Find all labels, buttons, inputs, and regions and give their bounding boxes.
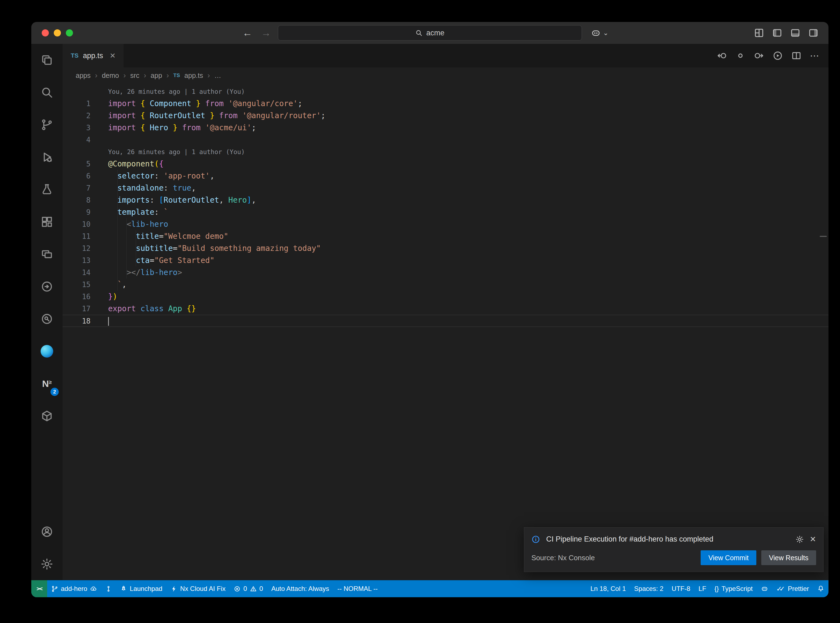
breadcrumb-more[interactable]: …	[214, 72, 221, 80]
close-window-button[interactable]	[42, 29, 49, 37]
code-row[interactable]: 14 ></lib-hero>	[63, 267, 828, 279]
code-row[interactable]: 17export class App {}	[63, 303, 828, 315]
auto-attach-status[interactable]: Auto Attach: Always	[267, 580, 333, 597]
zoom-window-button[interactable]	[66, 29, 73, 37]
nx-cloud-fix-status[interactable]: Nx Cloud AI Fix	[166, 580, 230, 597]
remote-icon: ><	[37, 585, 42, 592]
nav-back-icon[interactable]	[717, 51, 727, 61]
split-editor-icon[interactable]	[791, 51, 802, 61]
auto-attach-label: Auto Attach: Always	[271, 585, 329, 592]
code-row[interactable]: 7 standalone: true,	[63, 182, 828, 194]
search-value: acme	[426, 29, 444, 37]
notification-settings-gear-icon[interactable]	[795, 535, 804, 543]
notification-header: CI Pipeline Execution for #add-hero has …	[524, 528, 823, 546]
blame-annotation: You, 26 minutes ago | 1 author (You)	[91, 86, 245, 98]
sidebar-item-project-graph[interactable]	[31, 303, 63, 335]
code-row[interactable]: 10 <lib-hero	[63, 218, 828, 230]
remote-indicator[interactable]: ><	[31, 580, 47, 597]
sidebar-item-source-control[interactable]	[31, 109, 63, 141]
encoding-label: UTF-8	[671, 585, 690, 592]
traffic-lights	[42, 29, 73, 37]
status-bar: >< add-hero Launchpad Nx Cloud AI Fix 0 …	[31, 580, 828, 597]
copilot-menu[interactable]: ⌄	[591, 22, 608, 44]
line-number: 7	[63, 182, 91, 194]
sidebar-item-remote-explorer[interactable]	[31, 238, 63, 270]
command-center-search[interactable]: acme	[278, 25, 582, 41]
view-commit-button[interactable]: View Commit	[701, 550, 756, 565]
customize-layout-icon[interactable]	[754, 28, 764, 38]
indentation-status[interactable]: Spaces: 2	[630, 580, 668, 597]
sidebar-item-testing[interactable]	[31, 173, 63, 206]
code-line	[91, 134, 108, 146]
sidebar-item-extensions[interactable]	[31, 206, 63, 238]
run-icon[interactable]	[772, 51, 783, 61]
toggle-panel-icon[interactable]	[790, 28, 800, 38]
nav-dot-icon[interactable]	[735, 51, 746, 61]
sidebar-item-edge-tools[interactable]	[31, 335, 63, 367]
nav-forward-icon[interactable]	[754, 51, 764, 61]
cursor-position-status[interactable]: Ln 18, Col 1	[586, 580, 630, 597]
sidebar-item-search[interactable]	[31, 76, 63, 109]
formatter-status[interactable]: ✓✓ Prettier	[772, 580, 813, 597]
git-graph-status[interactable]	[101, 580, 116, 597]
code-row[interactable]: 2import { RouterOutlet } from '@angular/…	[63, 110, 828, 122]
breadcrumb-file[interactable]: app.ts	[184, 72, 203, 80]
sidebar-item-explorer[interactable]	[31, 44, 63, 76]
launchpad-status[interactable]: Launchpad	[116, 580, 166, 597]
more-actions-icon[interactable]: ⋯	[810, 50, 819, 61]
encoding-status[interactable]: UTF-8	[668, 580, 694, 597]
double-check-icon: ✓✓	[776, 585, 782, 593]
sidebar-item-settings[interactable]	[31, 548, 63, 580]
circle-arrow-icon	[41, 280, 53, 293]
eol-status[interactable]: LF	[694, 580, 710, 597]
language-mode-status[interactable]: {} TypeScript	[710, 580, 757, 597]
code-row[interactable]: 3import { Hero } from '@acme/ui';	[63, 122, 828, 134]
minimize-window-button[interactable]	[54, 29, 61, 37]
problems-status[interactable]: 0 0	[230, 580, 267, 597]
code-row[interactable]: 12 subtitle="Build something amazing tod…	[63, 242, 828, 255]
braces-icon: {}	[714, 585, 719, 592]
breadcrumb-item[interactable]: src	[130, 72, 139, 80]
code-row[interactable]: 9 template: `	[63, 206, 828, 218]
copilot-status[interactable]	[757, 580, 772, 597]
toggle-sidebar-icon[interactable]	[772, 28, 782, 38]
sidebar-item-run-debug[interactable]	[31, 141, 63, 173]
sidebar-item-package[interactable]	[31, 400, 63, 432]
code-editor[interactable]: You, 26 minutes ago | 1 author (You)1imp…	[63, 83, 828, 580]
code-row[interactable]: 16})	[63, 291, 828, 303]
forward-icon[interactable]: →	[261, 27, 271, 39]
line-number: 11	[63, 230, 91, 242]
breadcrumb-item[interactable]: demo	[102, 72, 119, 80]
notification-buttons: View Commit View Results	[701, 550, 816, 565]
tab-app-ts[interactable]: TS app.ts ✕	[63, 44, 124, 68]
close-tab-icon[interactable]: ✕	[110, 52, 116, 60]
notifications-status[interactable]	[813, 580, 828, 597]
breadcrumb-item[interactable]: apps	[76, 72, 91, 80]
branch-status[interactable]: add-hero	[47, 580, 101, 597]
code-row[interactable]: 8 imports: [RouterOutlet, Hero],	[63, 194, 828, 206]
sidebar-item-nx-console[interactable]: N≥ 2	[31, 367, 63, 400]
code-row[interactable]: 13 cta="Get Started"	[63, 255, 828, 267]
toggle-secondary-sidebar-icon[interactable]	[808, 28, 819, 38]
vim-mode-status[interactable]: -- NORMAL --	[333, 580, 382, 597]
code-row[interactable]: 5@Component({	[63, 158, 828, 170]
view-results-button[interactable]: View Results	[761, 550, 816, 565]
code-row[interactable]: 6 selector: 'app-root',	[63, 170, 828, 182]
cloud-sync-icon	[90, 585, 97, 592]
code-row[interactable]: 4	[63, 134, 828, 146]
blame-row: You, 26 minutes ago | 1 author (You)	[63, 86, 828, 98]
code-row[interactable]: 18	[63, 315, 828, 327]
code-line: `,	[91, 279, 126, 291]
formatter-label: Prettier	[788, 585, 809, 592]
notification-close-icon[interactable]: ✕	[810, 535, 816, 544]
breadcrumb-item[interactable]: app	[150, 72, 162, 80]
notification-toast: CI Pipeline Execution for #add-hero has …	[524, 527, 823, 572]
sidebar-item-accounts[interactable]	[31, 516, 63, 548]
back-icon[interactable]: ←	[243, 27, 252, 39]
code-row[interactable]: 15 `,	[63, 279, 828, 291]
indent-guide	[126, 218, 127, 279]
sidebar-item-run-target[interactable]	[31, 270, 63, 303]
code-row[interactable]: 1import { Component } from '@angular/cor…	[63, 98, 828, 110]
code-row[interactable]: 11 title="Welcmoe demo"	[63, 230, 828, 242]
tab-label: app.ts	[83, 52, 103, 60]
